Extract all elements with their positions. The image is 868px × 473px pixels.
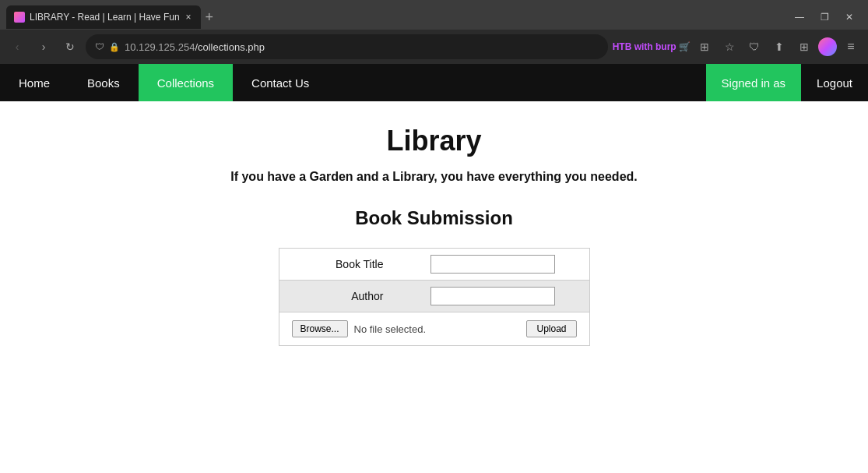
section-title: Book Submission — [16, 207, 852, 229]
file-upload-row: Browse... No file selected. Upload — [279, 312, 589, 345]
apps-button[interactable]: ⊞ — [793, 36, 815, 58]
author-label: Author — [279, 281, 396, 312]
upload-button[interactable]: Upload — [526, 320, 576, 337]
author-input[interactable] — [430, 287, 555, 305]
back-button[interactable]: ‹ — [6, 36, 28, 58]
no-file-text: No file selected. — [354, 323, 427, 335]
main-content: Library If you have a Garden and a Libra… — [0, 101, 868, 369]
tagline: If you have a Garden and a Library, you … — [16, 170, 852, 184]
refresh-button[interactable]: ↻ — [59, 36, 81, 58]
logout-button[interactable]: Logout — [801, 64, 868, 101]
signed-in-label: Signed in as — [706, 64, 802, 101]
nav-spacer — [328, 64, 705, 101]
address-text: 10.129.125.254/collections.php — [125, 41, 599, 53]
bookmark-button[interactable]: ☆ — [719, 36, 740, 58]
maximize-button[interactable]: ❐ — [812, 5, 837, 29]
navbar: Home Books Collections Contact Us Signed… — [0, 64, 868, 101]
address-input-wrapper[interactable]: 🛡 🔒 10.129.125.254/collections.php — [86, 34, 608, 59]
lock-icon: 🔒 — [109, 42, 120, 52]
nav-books[interactable]: Books — [69, 64, 139, 101]
avatar[interactable] — [818, 37, 837, 56]
author-cell — [396, 281, 589, 312]
new-tab-button[interactable]: + — [201, 10, 219, 24]
security-icon: 🛡 — [95, 41, 104, 52]
shield-button[interactable]: 🛡 — [743, 36, 765, 58]
minimize-button[interactable]: — — [787, 5, 812, 29]
window-controls: — ❐ ✕ — [787, 5, 862, 29]
tab-bar: LIBRARY - Read | Learn | Have Fun × + — … — [0, 0, 868, 30]
nav-home[interactable]: Home — [0, 64, 69, 101]
tab-close-button[interactable]: × — [184, 12, 193, 23]
url-protocol: 10.129.125.254 — [125, 41, 195, 53]
forward-button[interactable]: › — [33, 36, 54, 58]
url-path: /collections.php — [195, 41, 265, 53]
author-row: Author — [279, 281, 589, 312]
nav-collections[interactable]: Collections — [139, 64, 233, 101]
book-title-input[interactable] — [430, 255, 555, 274]
browse-button[interactable]: Browse... — [292, 320, 348, 337]
vpn-button[interactable]: ⬆ — [768, 36, 790, 58]
book-submission-form: Book Title Author Browse... No file sele… — [279, 248, 590, 346]
page-content: Home Books Collections Contact Us Signed… — [0, 64, 868, 473]
book-title-cell — [396, 249, 589, 280]
book-title-row: Book Title — [279, 249, 589, 281]
active-tab[interactable]: LIBRARY - Read | Learn | Have Fun × — [6, 5, 201, 29]
browser-chrome: LIBRARY - Read | Learn | Have Fun × + — … — [0, 0, 868, 64]
nav-contact[interactable]: Contact Us — [233, 64, 328, 101]
tab-favicon — [14, 12, 25, 23]
close-window-button[interactable]: ✕ — [837, 5, 862, 29]
book-title-label: Book Title — [279, 249, 396, 280]
menu-button[interactable]: ≡ — [840, 36, 862, 58]
extensions-button[interactable]: ⊞ — [694, 36, 715, 58]
htb-burp-label[interactable]: HTB with burp 🛒 — [613, 41, 691, 52]
toolbar-icons: HTB with burp 🛒 ⊞ ☆ 🛡 ⬆ ⊞ ≡ — [613, 36, 862, 58]
tab-title: LIBRARY - Read | Learn | Have Fun — [30, 12, 180, 23]
page-title: Library — [16, 125, 852, 157]
address-bar: ‹ › ↻ 🛡 🔒 10.129.125.254/collections.php… — [0, 30, 868, 64]
